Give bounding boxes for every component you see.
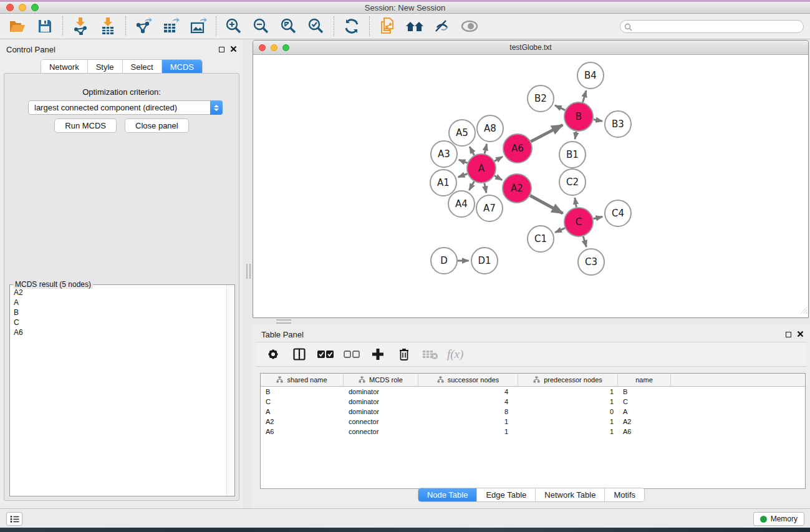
zoom-in-icon[interactable] (223, 16, 245, 36)
graph-edge-B-B1[interactable] (575, 132, 576, 139)
tab-network[interactable]: Network (41, 60, 88, 74)
deselect-all-rows-icon[interactable] (342, 345, 361, 364)
table-row[interactable]: A6connector11A6 (261, 427, 805, 437)
export-image-icon[interactable] (187, 16, 210, 36)
graph-node-A[interactable]: A (467, 154, 496, 183)
tab-mcds[interactable]: MCDS (162, 60, 202, 74)
show-all-networks-icon[interactable] (403, 16, 426, 36)
minimize-window-button[interactable] (19, 4, 26, 11)
memory-button[interactable]: Memory (753, 512, 804, 526)
table-cell[interactable]: 1 (418, 428, 518, 435)
graph-node-A4[interactable]: A4 (448, 191, 475, 217)
graph-node-C4[interactable]: C4 (605, 200, 631, 226)
result-list-item[interactable]: A6 (14, 327, 226, 337)
table-row[interactable]: Adominator80A (261, 407, 805, 417)
table-cell[interactable]: dominator (344, 388, 418, 395)
network-window-titlebar[interactable]: testGlobe.txt (253, 41, 808, 55)
result-list-item[interactable]: B (14, 307, 226, 317)
graph-node-B4[interactable]: B4 (577, 62, 604, 89)
graph-node-D1[interactable]: D1 (471, 248, 498, 274)
graph-edge-C-C1[interactable] (555, 228, 565, 233)
float-table-panel-icon[interactable] (786, 332, 791, 337)
criterion-select[interactable]: largest connected component (directed) (28, 100, 223, 115)
network-zoom-button[interactable] (282, 44, 289, 51)
vertical-split-divider[interactable] (246, 264, 251, 279)
tab-motifs[interactable]: Motifs (605, 488, 644, 501)
tab-node-table[interactable]: Node Table (418, 488, 478, 501)
graph-node-C1[interactable]: C1 (528, 226, 554, 252)
graph-edge-C-C4[interactable] (593, 217, 602, 219)
table-row[interactable]: A2connector11A2 (261, 417, 805, 427)
close-panel-button[interactable]: Close panel (125, 118, 189, 133)
zoom-fit-icon[interactable] (277, 16, 300, 36)
hide-selected-icon[interactable] (431, 16, 453, 36)
search-input[interactable] (620, 20, 804, 33)
graph-edge-A-A1[interactable] (458, 174, 468, 178)
graph-edge-A-A2[interactable] (494, 176, 502, 180)
graph-node-A6[interactable]: A6 (503, 134, 532, 163)
zoom-selected-icon[interactable] (305, 16, 327, 36)
tab-style[interactable]: Style (88, 60, 123, 74)
graph-edge-A6-B[interactable] (531, 125, 562, 142)
function-builder-icon[interactable]: f(x) (447, 347, 463, 361)
graph-node-B2[interactable]: B2 (528, 85, 554, 112)
graph-node-A7[interactable]: A7 (476, 195, 503, 221)
table-cell[interactable]: A (261, 408, 344, 415)
import-table-icon[interactable] (97, 16, 119, 36)
table-cell[interactable]: connector (344, 428, 418, 435)
table-cell[interactable]: C (261, 398, 344, 405)
mcds-result-list[interactable]: A2ABCA6 (11, 288, 226, 495)
table-cell[interactable]: B (618, 388, 671, 395)
graph-edge-C-C3[interactable] (583, 236, 586, 247)
table-row[interactable]: Cdominator41C (261, 397, 805, 407)
table-cell[interactable]: C (618, 398, 671, 405)
table-cell[interactable]: A2 (261, 418, 344, 425)
delete-table-icon[interactable] (421, 345, 440, 364)
graph-edge-B-B4[interactable] (583, 90, 586, 102)
table-row[interactable]: Bdominator41B (261, 387, 805, 397)
table-cell[interactable]: 1 (518, 428, 618, 435)
add-column-icon[interactable] (369, 345, 387, 364)
table-cell[interactable]: 0 (518, 408, 618, 415)
graph-edge-A-A5[interactable] (470, 147, 474, 155)
duplicate-network-icon[interactable] (376, 16, 398, 36)
node-table-body[interactable]: Bdominator41BCdominator41CAdominator80AA… (261, 387, 805, 437)
column-header-MCDS-role[interactable]: MCDS role (344, 374, 418, 386)
table-cell[interactable]: dominator (344, 408, 418, 415)
close-panel-icon[interactable] (230, 44, 237, 55)
graph-node-A8[interactable]: A8 (477, 115, 503, 142)
graph-edge-A-A3[interactable] (459, 160, 468, 163)
graph-node-A2[interactable]: A2 (503, 174, 531, 203)
refresh-layout-icon[interactable] (340, 16, 363, 36)
graph-edge-A-A7[interactable] (485, 183, 486, 193)
graph-edge-A-A8[interactable] (485, 144, 487, 154)
table-cell[interactable]: B (261, 388, 344, 395)
node-table[interactable]: shared nameMCDS rolesuccessor nodesprede… (260, 373, 806, 489)
column-header-predecessor-nodes[interactable]: predecessor nodes (518, 374, 618, 386)
zoom-window-button[interactable] (31, 4, 39, 11)
result-list-item[interactable]: C (14, 317, 226, 327)
graph-node-A5[interactable]: A5 (449, 120, 475, 146)
table-cell[interactable]: connector (344, 418, 418, 425)
select-all-rows-icon[interactable] (316, 345, 335, 364)
save-session-icon[interactable] (34, 16, 56, 36)
table-cell[interactable]: A6 (618, 428, 671, 435)
close-window-button[interactable] (6, 4, 14, 11)
zoom-out-icon[interactable] (250, 16, 272, 36)
import-network-icon[interactable] (69, 16, 92, 36)
network-canvas[interactable]: AA1A2A3A4A5A6A7A8BB1B2B3B4CC1C2C3C4DD1 (253, 55, 808, 317)
export-table-icon[interactable] (160, 16, 182, 36)
graph-edge-A-A6[interactable] (494, 157, 503, 161)
run-mcds-button[interactable]: Run MCDS (54, 118, 117, 133)
table-cell[interactable]: 8 (418, 408, 518, 415)
window-resize-grip[interactable] (799, 306, 808, 317)
close-table-panel-icon[interactable] (797, 329, 804, 340)
column-header-shared-name[interactable]: shared name (261, 374, 344, 386)
result-scrollbar[interactable] (226, 285, 234, 496)
table-cell[interactable]: 1 (418, 418, 518, 425)
graph-edge-B-B3[interactable] (594, 120, 602, 122)
graph-node-C3[interactable]: C3 (578, 249, 604, 275)
graph-node-C2[interactable]: C2 (559, 169, 586, 195)
node-table-header[interactable]: shared nameMCDS rolesuccessor nodesprede… (261, 374, 805, 387)
result-list-item[interactable]: A (14, 297, 226, 307)
